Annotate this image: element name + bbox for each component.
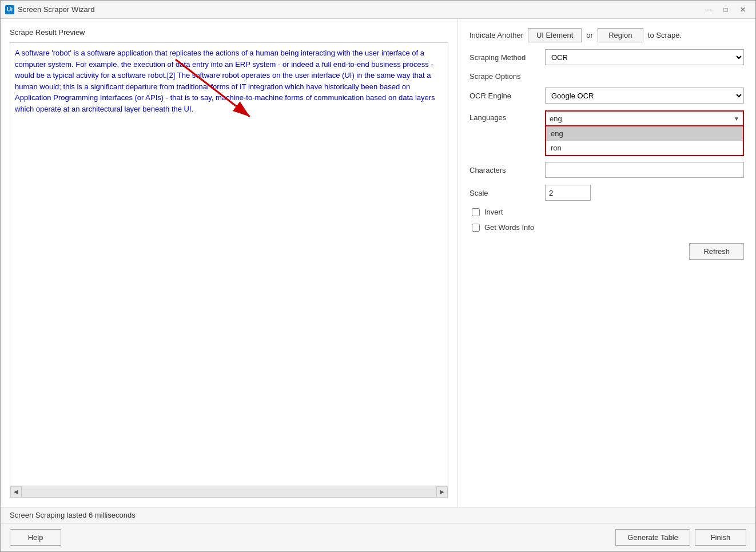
scale-control xyxy=(545,185,744,201)
maximize-button[interactable]: □ xyxy=(718,4,734,15)
ocr-engine-control: Google OCR Microsoft OCR Tesseract xyxy=(545,88,744,104)
footer-right-controls: Generate Table Finish xyxy=(615,529,746,546)
characters-label: Characters xyxy=(469,166,538,174)
get-words-info-row: Get Words Info xyxy=(469,223,744,232)
to-scrape-label: to Scrape. xyxy=(648,31,682,39)
preview-text: A software 'robot' is a software applica… xyxy=(15,47,443,114)
close-button[interactable]: ✕ xyxy=(735,4,751,15)
scale-row: Scale xyxy=(469,185,744,201)
ocr-engine-select[interactable]: Google OCR Microsoft OCR Tesseract xyxy=(545,88,744,104)
finish-button[interactable]: Finish xyxy=(695,529,746,546)
indicate-row: Indicate Another UI Element or Region to… xyxy=(469,28,744,42)
languages-dropdown-arrow: ▼ xyxy=(734,116,739,122)
scroll-track[interactable] xyxy=(22,486,436,497)
status-text: Screen Scraping lasted 6 milliseconds xyxy=(10,511,136,519)
window-controls: — □ ✕ xyxy=(701,4,751,15)
characters-input[interactable] xyxy=(545,162,744,178)
languages-option-ron[interactable]: ron xyxy=(546,141,743,155)
generate-table-button[interactable]: Generate Table xyxy=(615,529,690,546)
preview-text-box: A software 'robot' is a software applica… xyxy=(10,42,448,486)
scale-label: Scale xyxy=(469,189,538,197)
languages-dropdown-selected[interactable]: eng ▼ xyxy=(545,110,744,126)
scroll-left-button[interactable]: ◀ xyxy=(10,486,22,498)
invert-checkbox[interactable] xyxy=(472,208,480,216)
window-title: Screen Scraper Wizard xyxy=(18,5,701,14)
or-label: or xyxy=(586,31,593,39)
scraping-method-label: Scraping Method xyxy=(469,53,538,62)
preview-title: Scrape Result Preview xyxy=(10,28,448,37)
title-bar: Ui Screen Scraper Wizard — □ ✕ xyxy=(1,1,755,19)
characters-row: Characters xyxy=(469,162,744,178)
left-panel: Scrape Result Preview A software 'robot'… xyxy=(1,19,458,507)
footer: Help Generate Table Finish xyxy=(1,523,755,551)
ui-element-button[interactable]: UI Element xyxy=(528,28,582,42)
get-words-info-label: Get Words Info xyxy=(484,223,534,232)
help-button[interactable]: Help xyxy=(10,529,61,546)
content-area: Scrape Result Preview A software 'robot'… xyxy=(1,19,755,507)
languages-dropdown-container: eng ▼ eng ron xyxy=(545,110,744,126)
get-words-info-checkbox[interactable] xyxy=(472,224,480,232)
languages-selected-value: eng xyxy=(550,114,562,123)
languages-option-eng[interactable]: eng xyxy=(546,126,743,141)
refresh-button[interactable]: Refresh xyxy=(689,243,744,260)
horizontal-scrollbar[interactable]: ◀ ▶ xyxy=(10,486,448,498)
app-icon: Ui xyxy=(5,5,14,14)
indicate-label: Indicate Another xyxy=(469,31,523,39)
scraping-method-control: OCR Full Text Native Text xyxy=(545,49,744,65)
status-bar: Screen Scraping lasted 6 milliseconds xyxy=(1,507,755,523)
languages-dropdown-list: eng ron xyxy=(545,126,744,156)
characters-control xyxy=(545,162,744,178)
main-window: Ui Screen Scraper Wizard — □ ✕ Scrape Re… xyxy=(0,0,756,552)
scale-input[interactable] xyxy=(545,185,591,201)
invert-label: Invert xyxy=(484,208,503,216)
ocr-engine-row: OCR Engine Google OCR Microsoft OCR Tess… xyxy=(469,88,744,104)
scroll-right-button[interactable]: ▶ xyxy=(436,486,448,498)
scrape-options-title: Scrape Options xyxy=(469,72,744,81)
ocr-engine-label: OCR Engine xyxy=(469,92,538,100)
languages-row: Languages eng ▼ eng ron xyxy=(469,110,744,126)
region-button[interactable]: Region xyxy=(598,28,643,42)
languages-label: Languages xyxy=(469,110,538,122)
minimize-button[interactable]: — xyxy=(701,4,717,15)
right-panel: Indicate Another UI Element or Region to… xyxy=(458,19,755,507)
scraping-method-select[interactable]: OCR Full Text Native Text xyxy=(545,49,744,65)
invert-row: Invert xyxy=(469,208,744,216)
scraping-method-row: Scraping Method OCR Full Text Native Tex… xyxy=(469,49,744,65)
